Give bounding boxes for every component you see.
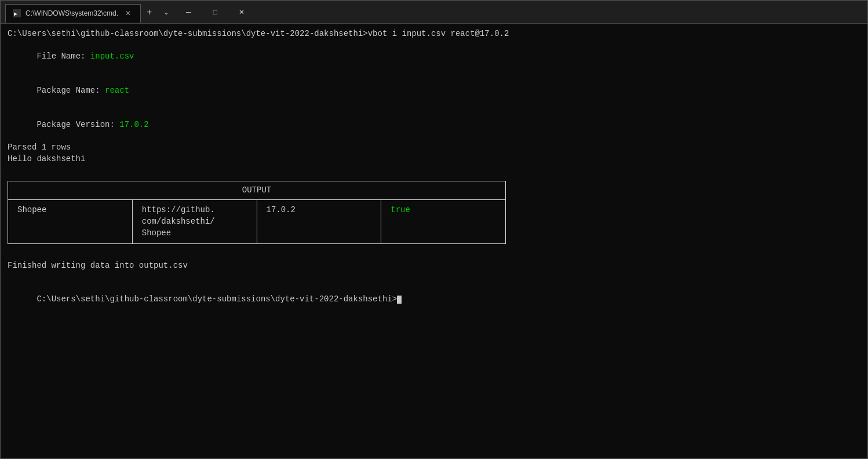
prompt-line: C:\Users\sethi\github-classroom\dyte-sub… xyxy=(8,283,860,317)
table-row: Shopee https://github.com/dakshsethi/Sho… xyxy=(8,200,506,244)
svg-text:▶: ▶ xyxy=(14,10,17,17)
tab-title: C:\WINDOWS\system32\cmd. xyxy=(25,9,118,17)
file-name-label: File Name: xyxy=(37,52,90,61)
new-tab-button[interactable]: + xyxy=(141,5,158,20)
terminal-body[interactable]: C:\Users\sethi\github-classroom\dyte-sub… xyxy=(1,24,867,458)
window-controls: ─ □ ✕ xyxy=(175,1,255,24)
hello-line: Hello dakshsethi xyxy=(8,154,860,165)
command-line: C:\Users\sethi\github-classroom\dyte-sub… xyxy=(8,28,860,40)
package-name-value: react xyxy=(105,86,129,95)
package-version-line: Package Version: 17.0.2 xyxy=(8,108,860,142)
finished-msg: Finished writing data into output.csv xyxy=(8,260,860,272)
active-tab[interactable]: ▶ C:\WINDOWS\system32\cmd. ✕ xyxy=(5,4,141,23)
output-table: OUTPUT Shopee https://github.com/dakshse… xyxy=(8,181,506,244)
table-cell-status: true xyxy=(381,200,506,244)
cmd-window: ▶ C:\WINDOWS\system32\cmd. ✕ + ⌄ ─ □ ✕ C… xyxy=(0,0,868,459)
tab-close-button[interactable]: ✕ xyxy=(123,8,133,19)
titlebar: ▶ C:\WINDOWS\system32\cmd. ✕ + ⌄ ─ □ ✕ xyxy=(1,1,867,24)
table-cell-version: 17.0.2 xyxy=(257,200,381,244)
parsed-rows-line: Parsed 1 rows xyxy=(8,142,860,154)
table-cell-url: https://github.com/dakshsethi/Shopee xyxy=(132,200,257,244)
cmd-icon: ▶ xyxy=(13,9,21,17)
table-cell-name: Shopee xyxy=(8,200,133,244)
package-name-line: Package Name: react xyxy=(8,74,860,108)
cursor xyxy=(397,296,402,304)
maximize-button[interactable]: □ xyxy=(202,1,228,24)
package-version-value: 17.0.2 xyxy=(119,120,148,129)
minimize-button[interactable]: ─ xyxy=(175,1,202,24)
dropdown-button[interactable]: ⌄ xyxy=(158,6,175,19)
file-name-value: input.csv xyxy=(90,52,134,61)
output-header: OUTPUT xyxy=(8,181,506,200)
package-name-label: Package Name: xyxy=(37,86,105,95)
close-button[interactable]: ✕ xyxy=(228,1,255,24)
prompt-text: C:\Users\sethi\github-classroom\dyte-sub… xyxy=(37,294,397,304)
file-name-line: File Name: input.csv xyxy=(8,40,860,74)
package-version-label: Package Version: xyxy=(37,120,119,129)
